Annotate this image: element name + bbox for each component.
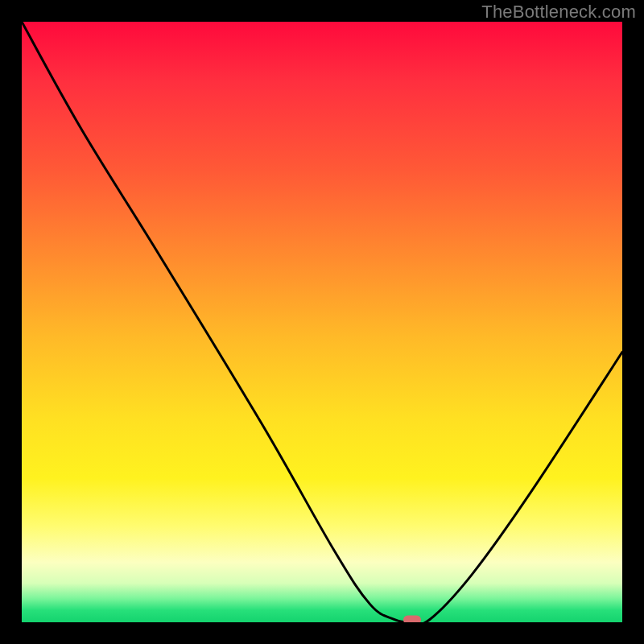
watermark-text: TheBottleneck.com — [481, 2, 636, 23]
chart-frame: TheBottleneck.com — [0, 0, 644, 644]
bottleneck-curve — [22, 22, 622, 622]
optimum-marker — [403, 616, 421, 623]
plot-area — [22, 22, 622, 622]
curve-path — [22, 22, 622, 622]
